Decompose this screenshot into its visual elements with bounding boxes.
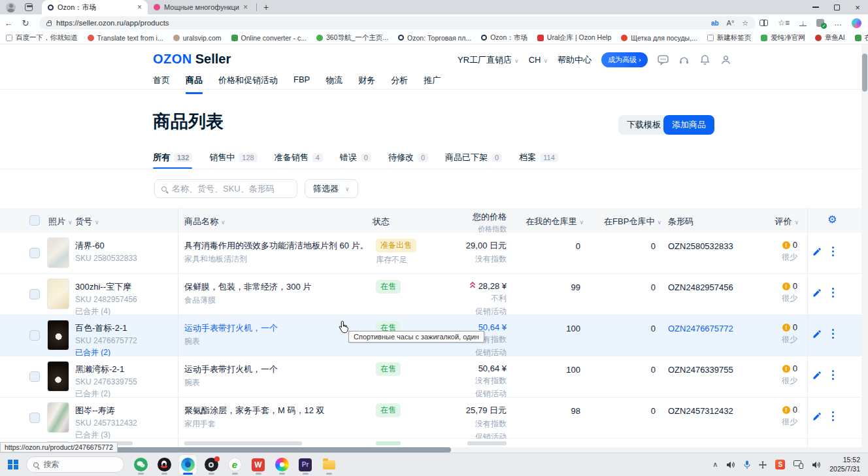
edit-button[interactable] bbox=[812, 412, 821, 424]
col-my-warehouse[interactable]: 在我的仓库里∨ bbox=[499, 216, 584, 228]
nav-item-商品[interactable]: 商品 bbox=[186, 75, 203, 94]
browser-profile-avatar[interactable] bbox=[6, 3, 16, 12]
table-row[interactable]: 清界-60SKU 2580532833具有消毒作用的强效多功能清洁地板片剂 60… bbox=[0, 233, 861, 274]
nav-item-推广[interactable]: 推广 bbox=[424, 75, 441, 94]
col-photo[interactable]: 照片∨ bbox=[48, 216, 73, 228]
taskbar-app-meeting[interactable] bbox=[203, 455, 220, 475]
bookmark-item[interactable]: Translate text from i... bbox=[88, 34, 163, 42]
edit-button[interactable] bbox=[812, 330, 821, 341]
taskbar-app-premiere[interactable]: Pr bbox=[297, 455, 314, 475]
taskbar-search[interactable]: 搜索 bbox=[26, 456, 124, 473]
nav-item-FBP[interactable]: FBP bbox=[293, 75, 310, 94]
bookmark-item[interactable]: Ozon：市场 bbox=[481, 33, 527, 42]
more-menu-icon[interactable]: … bbox=[834, 18, 842, 27]
bookmark-item[interactable]: uralsvip.com bbox=[173, 34, 222, 42]
filter-tab[interactable]: 错误0 bbox=[340, 152, 371, 169]
add-product-button[interactable]: 添加商品 bbox=[663, 115, 714, 135]
table-row[interactable]: 黑濑湾标-2-1SKU 2476339755已合并 (2)运动手表带打火机，一个… bbox=[0, 356, 861, 398]
download-template-button[interactable]: 下载模板 bbox=[618, 115, 669, 135]
taskbar-app-edge[interactable] bbox=[179, 455, 197, 475]
tab-close-icon[interactable]: × bbox=[243, 3, 248, 11]
select-all-checkbox[interactable] bbox=[29, 215, 40, 226]
edit-button[interactable] bbox=[812, 288, 821, 300]
vertical-scrollbar[interactable] bbox=[861, 44, 868, 447]
favorite-star-icon[interactable]: ☆ bbox=[742, 19, 748, 27]
back-icon[interactable]: ← bbox=[0, 18, 17, 28]
row-checkbox[interactable] bbox=[29, 371, 40, 382]
more-actions-button[interactable] bbox=[832, 370, 834, 380]
table-row[interactable]: 300zhi--宝下摩SKU 2482957456已合并 (4)保鲜膜，包装，非… bbox=[0, 274, 861, 315]
filter-tab[interactable]: 准备销售4 bbox=[275, 152, 323, 169]
barcode[interactable]: OZN2476675772 bbox=[668, 324, 733, 333]
bookmark-item[interactable]: 百度一下，你就知道 bbox=[6, 33, 78, 42]
minimize-button[interactable] bbox=[805, 0, 826, 14]
bookmark-item[interactable]: 360导航_一个主页... bbox=[316, 33, 388, 42]
start-button[interactable] bbox=[8, 460, 18, 470]
more-actions-button[interactable] bbox=[832, 288, 834, 298]
more-actions-button[interactable] bbox=[832, 411, 834, 421]
bookmark-item[interactable]: 新建标签页 bbox=[707, 33, 752, 42]
col-name[interactable]: 商品名称∨ bbox=[184, 216, 225, 228]
speaker-icon[interactable] bbox=[812, 461, 821, 469]
downloads-icon[interactable]: ↓ bbox=[799, 20, 807, 27]
browser-tab[interactable]: Мощные многофункциональны× bbox=[148, 0, 254, 14]
filter-tab[interactable]: 档案114 bbox=[519, 152, 558, 169]
maximize-button[interactable] bbox=[826, 0, 847, 14]
extensions-icon[interactable] bbox=[816, 19, 824, 27]
taskbar-app-explorer[interactable] bbox=[320, 455, 338, 475]
row-checkbox[interactable] bbox=[29, 413, 40, 423]
bookmark-item[interactable]: 章鱼AI bbox=[815, 33, 845, 42]
product-search-input[interactable]: 名称、货号、SKU、条形码 bbox=[154, 179, 297, 198]
more-actions-button[interactable] bbox=[832, 246, 834, 256]
new-tab-button[interactable]: + bbox=[263, 2, 269, 12]
more-actions-button[interactable] bbox=[832, 329, 834, 339]
browser-tab[interactable]: Ozon：市场× bbox=[42, 0, 148, 14]
close-button[interactable]: × bbox=[847, 0, 868, 14]
filter-tab[interactable]: 待修改0 bbox=[388, 152, 428, 169]
bookmark-item[interactable]: Ural企库 | Ozon Help bbox=[537, 33, 611, 42]
nav-item-价格和促销活动[interactable]: 价格和促销活动 bbox=[218, 75, 278, 94]
bookmark-item[interactable]: 在线转换器 - 免费... bbox=[855, 33, 868, 42]
nav-item-物流[interactable]: 物流 bbox=[326, 75, 342, 94]
taskbar-app-wechat[interactable] bbox=[132, 455, 150, 475]
tab-close-icon[interactable]: × bbox=[137, 3, 142, 11]
col-fbp-warehouse[interactable]: 在FBP仓库中∨ bbox=[576, 216, 661, 228]
url-field[interactable]: https://seller.ozon.ru/app/products ab A… bbox=[39, 16, 756, 29]
row-checkbox[interactable] bbox=[29, 289, 40, 299]
horizontal-scrollbar[interactable] bbox=[0, 447, 868, 452]
edit-button[interactable] bbox=[812, 371, 821, 382]
taskbar-app-wps[interactable]: W bbox=[250, 455, 267, 475]
table-row[interactable]: 图岑--寿涛SKU 2457312432已合并 (3)聚氨酯涂层，家务手套，M … bbox=[0, 398, 861, 439]
taskbar-app-qq[interactable] bbox=[156, 455, 173, 475]
nav-item-分析[interactable]: 分析 bbox=[391, 75, 408, 94]
filter-tab[interactable]: 商品已下架0 bbox=[445, 152, 502, 169]
language-selector[interactable]: CH∨ bbox=[529, 55, 548, 65]
filters-button[interactable]: 筛选器 ∨ bbox=[305, 179, 358, 198]
row-checkbox[interactable] bbox=[29, 330, 40, 341]
taskbar-app-ie[interactable]: e bbox=[226, 455, 244, 475]
nav-item-财务[interactable]: 财务 bbox=[358, 75, 375, 94]
chat-icon[interactable] bbox=[658, 54, 669, 65]
copilot-icon[interactable] bbox=[852, 18, 861, 28]
refresh-icon[interactable]: ↻ bbox=[17, 18, 34, 28]
col-rating[interactable]: 评价∨ bbox=[757, 216, 799, 228]
bookmark-item[interactable]: Щетка для посуды,... bbox=[621, 34, 697, 42]
translate-icon[interactable]: ab bbox=[711, 20, 719, 27]
volume-icon[interactable] bbox=[726, 461, 735, 469]
account-icon[interactable] bbox=[720, 54, 731, 65]
filter-tab[interactable]: 销售中128 bbox=[209, 152, 257, 169]
vertical-scrollbar-thumb[interactable] bbox=[862, 54, 867, 92]
ozon-logo[interactable]: OZONSeller bbox=[153, 52, 231, 67]
microphone-icon[interactable] bbox=[744, 460, 750, 469]
input-method-icon[interactable] bbox=[759, 461, 767, 469]
col-article[interactable]: 货号∨ bbox=[75, 216, 99, 228]
support-headset-icon[interactable] bbox=[678, 54, 690, 65]
split-screen-icon[interactable] bbox=[760, 20, 768, 26]
sogou-input-icon[interactable]: S bbox=[775, 460, 785, 469]
taskbar-clock[interactable]: 15:52 2025/7/31 bbox=[829, 456, 860, 473]
table-settings-gear-icon[interactable]: ⚙ bbox=[827, 213, 837, 226]
store-selector[interactable]: YR工厂直销店∨ bbox=[458, 54, 519, 66]
row-checkbox[interactable] bbox=[29, 248, 40, 258]
hidden-icons-chevron[interactable]: ∧ bbox=[712, 460, 718, 469]
favorites-icon[interactable]: ☆≡ bbox=[778, 18, 790, 27]
